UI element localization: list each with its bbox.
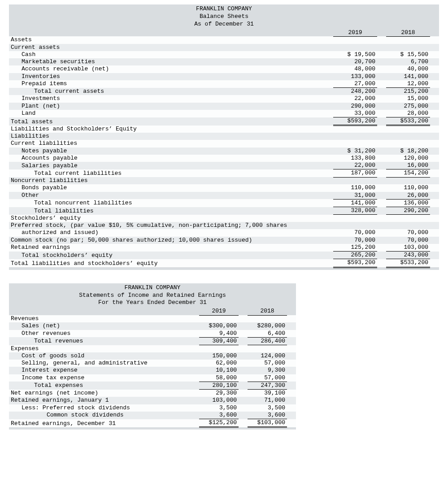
tax-expense-label: Income tax expense (9, 374, 199, 382)
accounts-payable-label: Accounts payable (9, 155, 333, 162)
expenses-header: Expenses (9, 345, 199, 352)
ar-label: Accounts receivable (net) (9, 65, 333, 73)
common-stock-label: Common stock (no par; 50,000 shares auth… (9, 237, 333, 244)
is-company: FRANKLIN COMPANY (9, 284, 296, 292)
bs-year-2018: 2018 (386, 29, 430, 37)
total-assets-label: Total assets (9, 117, 333, 126)
re-jan1-label: Retained earnings, January 1 (9, 397, 199, 404)
bs-title-block: FRANKLIN COMPANY Balance Sheets As of De… (9, 4, 439, 29)
total-current-liabilities-label: Total current liabilities (9, 169, 333, 177)
bs-table: 2019 2018 Assets Current assets Cash$ 19… (9, 29, 439, 268)
assets-header: Assets (9, 36, 333, 43)
total-expenses-label: Total expenses (9, 382, 199, 389)
total-assets-2019: $593,200 (333, 117, 377, 126)
preferred-stock-label-1: Preferred stock, (par value $10, 5% cumu… (9, 222, 333, 229)
lse-header: Liabilities and Stockholders’ Equity (9, 126, 333, 133)
total-assets-2018: $533,200 (386, 117, 430, 126)
cogs-label: Cost of goods sold (9, 352, 199, 360)
bs-year-2019: 2019 (333, 29, 377, 37)
current-liabilities-header: Current liabilities (9, 140, 333, 147)
revenues-header: Revenues (9, 315, 199, 322)
income-statement: FRANKLIN COMPANY Statements of Income an… (9, 283, 296, 430)
current-assets-header: Current assets (9, 44, 333, 51)
bs-asof: As of December 31 (9, 21, 439, 28)
interest-expense-label: Interest expense (9, 367, 199, 374)
sga-label: Selling, general, and administrative (9, 360, 199, 367)
re-dec31-label: Retained earnings, December 31 (9, 419, 199, 427)
bs-title: Balance Sheets (9, 13, 439, 21)
salaries-payable-label: Salaries payable (9, 162, 333, 169)
plant-label: Plant (net) (9, 103, 333, 110)
balance-sheet: FRANKLIN COMPANY Balance Sheets As of De… (9, 4, 439, 270)
bs-company: FRANKLIN COMPANY (9, 5, 439, 13)
other-liabilities-label: Other (9, 192, 333, 200)
stockholders-equity-header: Stockholders’ equity (9, 215, 333, 222)
retained-earnings-label: Retained earnings (9, 244, 333, 252)
total-stockholders-equity-label: Total stockholders’ equity (9, 252, 333, 259)
cash-label: Cash (9, 51, 333, 58)
pref-div-label: Less: Preferred stock dividends (9, 404, 199, 412)
net-earnings-label: Net earnings (net income) (9, 390, 199, 397)
total-liabilities-label: Total liabilities (9, 207, 333, 215)
re-dec31-2018: $103,000 (248, 419, 287, 427)
inventories-label: Inventories (9, 73, 333, 80)
investments-label: Investments (9, 95, 333, 102)
is-table: 2019 2018 Revenues Sales (net)$300,000$2… (9, 308, 296, 428)
total-lse-2019: $593,200 (333, 259, 377, 267)
total-noncurrent-liabilities-label: Total noncurrent liabilities (9, 199, 333, 207)
marketable-securities-label: Marketable securities (9, 58, 333, 65)
prepaid-label: Prepaid items (9, 80, 333, 88)
is-title-block: FRANKLIN COMPANY Statements of Income an… (9, 283, 296, 308)
cash-2018: $ 15,500 (386, 51, 430, 58)
is-title: Statements of Income and Retained Earnin… (9, 292, 296, 299)
is-period: For the Years Ended December 31 (9, 299, 296, 307)
re-dec31-2019: $125,200 (199, 419, 239, 427)
notes-payable-label: Notes payable (9, 148, 333, 155)
total-revenues-label: Total revenues (9, 337, 199, 345)
common-div-label: Common stock dividends (9, 412, 199, 419)
bonds-payable-label: Bonds payable (9, 184, 333, 191)
sales-label: Sales (net) (9, 322, 199, 330)
is-year-2018: 2018 (248, 308, 287, 315)
preferred-stock-label-2: authorized and issued) (9, 229, 333, 236)
liabilities-header: Liabilities (9, 133, 333, 140)
other-revenues-label: Other revenues (9, 330, 199, 338)
is-year-2019: 2019 (199, 308, 239, 315)
total-lse-label: Total liabilities and stockholders’ equi… (9, 259, 333, 267)
cash-2019: $ 19,500 (333, 51, 377, 58)
noncurrent-liabilities-header: Noncurrent liabilities (9, 177, 333, 184)
land-label: Land (9, 110, 333, 117)
total-lse-2018: $533,200 (386, 259, 430, 267)
total-current-assets-label: Total current assets (9, 88, 333, 95)
